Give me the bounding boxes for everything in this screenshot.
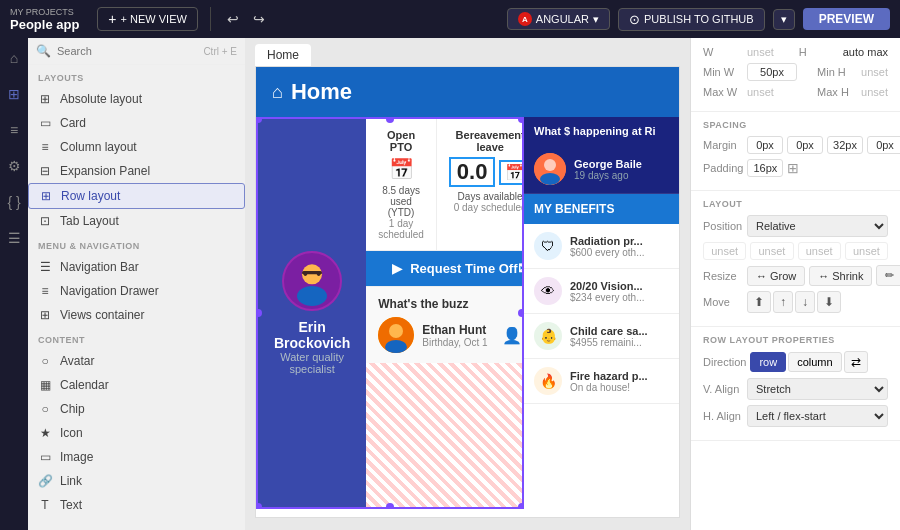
link-icon: 🔗 xyxy=(38,474,52,488)
resize-handle-bl[interactable] xyxy=(256,503,262,509)
pto-section: Open PTO 📅 8.5 days used (YTD) 1 day sch… xyxy=(366,119,522,251)
home-icon[interactable]: ⌂ xyxy=(6,46,22,70)
direction-buttons: row column ⇄ xyxy=(750,351,867,373)
sidebar-item-card[interactable]: ▭ Card xyxy=(28,111,245,135)
benefit-name: 20/20 Vision... xyxy=(570,280,645,292)
sidebar-item-navigation-bar[interactable]: ☰ Navigation Bar xyxy=(28,255,245,279)
sidebar-item-row-layout[interactable]: ⊞ Row layout xyxy=(28,183,245,209)
move-down-button[interactable]: ↓ xyxy=(795,291,815,313)
margin-right[interactable]: 0px xyxy=(787,136,823,154)
move-top-button[interactable]: ⬆ xyxy=(747,291,771,313)
sidebar-item-calendar[interactable]: ▦ Calendar xyxy=(28,373,245,397)
link-padding-icon[interactable]: ⊞ xyxy=(787,160,799,176)
sidebar-item-text[interactable]: T Text xyxy=(28,493,245,517)
settings-icon[interactable]: ☰ xyxy=(4,226,25,250)
grow-button[interactable]: ↔ Grow xyxy=(747,266,805,286)
direction-label: Direction xyxy=(703,356,746,368)
layers-icon[interactable]: ≡ xyxy=(6,118,22,142)
benefit-info: Fire hazard p... On da house! xyxy=(570,370,648,393)
v-align-select[interactable]: Stretch Start Center End xyxy=(747,378,888,400)
angular-button[interactable]: A ANGULAR ▾ xyxy=(507,8,610,30)
canvas-tab[interactable]: Home xyxy=(255,44,311,66)
layouts-section-header: LAYOUTS xyxy=(28,65,245,87)
benefit-amount: On da house! xyxy=(570,382,648,393)
new-view-button[interactable]: + NEW VIEW xyxy=(97,7,198,31)
search-shortcut: Ctrl + E xyxy=(203,46,237,57)
resize-handle-mr[interactable] xyxy=(518,309,524,317)
sidebar-item-avatar[interactable]: ○ Avatar xyxy=(28,349,245,373)
shrink-button[interactable]: ↔ Shrink xyxy=(809,266,872,286)
edit-button[interactable]: ✏ xyxy=(876,265,900,286)
resize-handle-tr[interactable] xyxy=(518,117,524,123)
publish-dropdown-button[interactable]: ▾ xyxy=(773,9,795,30)
sidebar-item-icon[interactable]: ★ Icon xyxy=(28,421,245,445)
position-select[interactable]: Relative Absolute Fixed xyxy=(747,215,888,237)
benefit-name: Radiation pr... xyxy=(570,235,645,247)
column-layout-icon: ≡ xyxy=(38,140,52,154)
sidebar-item-absolute-layout[interactable]: ⊞ Absolute layout xyxy=(28,87,245,111)
pos-right[interactable]: unset xyxy=(750,242,793,260)
margin-row: Margin 0px 0px 32px 0px ⊞ xyxy=(703,136,888,154)
sidebar-item-navigation-drawer[interactable]: ≡ Navigation Drawer xyxy=(28,279,245,303)
wh-name: George Baile xyxy=(574,158,642,170)
margin-left[interactable]: 0px xyxy=(867,136,900,154)
resize-handle-bm[interactable] xyxy=(386,503,394,509)
search-input[interactable] xyxy=(57,45,197,57)
text-icon: T xyxy=(38,498,52,512)
sidebar-item-label: Column layout xyxy=(60,140,137,154)
buzz-add-icon[interactable]: 👤+ xyxy=(502,326,522,345)
separator xyxy=(210,7,211,31)
h-align-select[interactable]: Left / flex-start Center Right / flex-en… xyxy=(747,405,888,427)
move-bottom-button[interactable]: ⬇ xyxy=(817,291,841,313)
margin-bottom[interactable]: 32px xyxy=(827,136,863,154)
components-icon[interactable]: ⊞ xyxy=(4,82,24,106)
pos-bottom[interactable]: unset xyxy=(798,242,841,260)
direction-column-button[interactable]: column xyxy=(788,352,841,372)
github-icon: ⊙ xyxy=(629,12,640,27)
position-values-row: unset unset unset unset xyxy=(703,242,888,260)
min-w-input[interactable]: 50px xyxy=(747,63,797,81)
search-bar: 🔍 Ctrl + E xyxy=(28,38,245,65)
buzz-subtitle: Birthday, Oct 1 xyxy=(422,337,494,348)
sidebar-item-column-layout[interactable]: ≡ Column layout xyxy=(28,135,245,159)
resize-handle-br[interactable] xyxy=(518,503,524,509)
sidebar-item-link[interactable]: 🔗 Link xyxy=(28,469,245,493)
sidebar-item-label: Link xyxy=(60,474,82,488)
pos-left[interactable]: unset xyxy=(845,242,888,260)
padding-value[interactable]: 16px xyxy=(747,159,783,177)
sidebar-item-label: Text xyxy=(60,498,82,512)
sidebar-item-views-container[interactable]: ⊞ Views container xyxy=(28,303,245,327)
margin-top[interactable]: 0px xyxy=(747,136,783,154)
row-layout-props-title: ROW LAYOUT PROPERTIES xyxy=(703,335,888,345)
direction-row-button[interactable]: row xyxy=(750,352,786,372)
request-time-off-button[interactable]: ▶ Request Time Off ✉ xyxy=(366,251,522,286)
sidebar-item-label: Tab Layout xyxy=(60,214,119,228)
sidebar-item-chip[interactable]: ○ Chip xyxy=(28,397,245,421)
assets-icon[interactable]: ⚙ xyxy=(4,154,25,178)
move-up-button[interactable]: ↑ xyxy=(773,291,793,313)
sidebar-item-image[interactable]: ▭ Image xyxy=(28,445,245,469)
row-layout-container[interactable]: ↑ Row layout xyxy=(256,117,524,509)
undo-button[interactable]: ↩ xyxy=(223,9,243,29)
preview-button[interactable]: PREVIEW xyxy=(803,8,890,30)
layout-title: LAYOUT xyxy=(703,199,888,209)
sidebar-item-expansion-panel[interactable]: ⊟ Expansion Panel xyxy=(28,159,245,183)
svg-point-1 xyxy=(297,286,327,306)
shrink-arrow-icon: ↔ xyxy=(818,270,829,282)
direction-swap-button[interactable]: ⇄ xyxy=(844,351,868,373)
pos-top[interactable]: unset xyxy=(703,242,746,260)
h-align-row: H. Align Left / flex-start Center Right … xyxy=(703,405,888,427)
sidebar-item-label: Expansion Panel xyxy=(60,164,150,178)
sidebar-item-label: Absolute layout xyxy=(60,92,142,106)
benefit-item-childcare: 👶 Child care sa... $4955 remaini... xyxy=(524,314,679,359)
publish-button[interactable]: ⊙ PUBLISH TO GITHUB xyxy=(618,8,765,31)
profile-card: Erin Brockovich Water quality specialist xyxy=(258,119,366,507)
code-icon[interactable]: { } xyxy=(3,190,24,214)
benefit-item-radiation: 🛡 Radiation pr... $600 every oth... xyxy=(524,224,679,269)
sidebar-item-tab-layout[interactable]: ⊡ Tab Layout xyxy=(28,209,245,233)
sidebar-item-label: Avatar xyxy=(60,354,94,368)
redo-button[interactable]: ↪ xyxy=(249,9,269,29)
position-row: Position Relative Absolute Fixed xyxy=(703,215,888,237)
pto-open-card: Open PTO 📅 8.5 days used (YTD) 1 day sch… xyxy=(366,119,437,250)
request-arrow-icon: ▶ xyxy=(392,261,402,276)
